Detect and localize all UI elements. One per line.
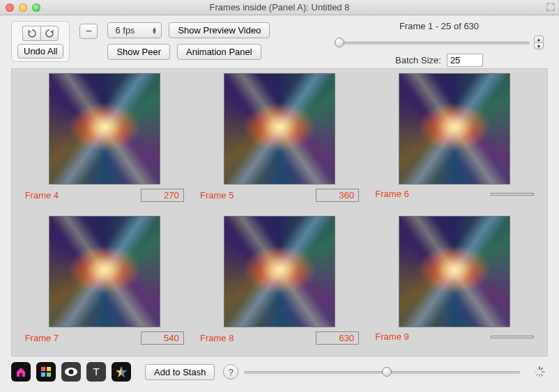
stepper-down-icon[interactable]: ▼ [534,42,544,49]
frame-cell: Frame 8 630 [198,216,360,345]
frame-value-field[interactable] [491,336,534,338]
frame-cell: Frame 7 540 [23,216,185,345]
frame-value-field[interactable]: 540 [141,331,184,345]
frame-thumbnail[interactable] [49,216,160,327]
fps-select[interactable]: 6 fps ▲▼ [107,22,162,38]
frames-grid: Frame 4 270 Frame 5 360 Frame 6 Frame 7 … [13,73,546,345]
frame-thumbnail[interactable] [224,216,335,327]
toolbar: Undo All − 6 fps ▲▼ Show Preview Video S… [0,15,559,68]
frame-cell: Frame 5 360 [198,73,360,202]
svg-line-12 [541,374,542,375]
titlebar: Frames inside (Panel A): Untitled 8 [0,0,559,15]
show-peer-button[interactable]: Show Peer [107,44,170,60]
frame-value-field[interactable] [491,193,534,196]
frame-label: Frame 7 [25,333,59,343]
select-arrows-icon: ▲▼ [152,27,158,34]
range-controls: Frame 1 - 25 of 630 ▲ ▼ Batch Size: [335,21,544,67]
stepper-up-icon[interactable]: ▲ [534,36,544,42]
svg-line-16 [537,368,538,370]
frame-value-field[interactable]: 360 [316,189,359,202]
frame-label: Frame 4 [25,190,59,201]
frame-range-label: Frame 1 - 25 of 630 [399,21,479,31]
window-controls [6,3,40,12]
svg-line-14 [537,374,538,375]
svg-rect-0 [41,367,45,371]
help-button[interactable]: ? [223,364,238,379]
batch-size-label: Batch Size: [395,55,441,65]
frame-range-slider[interactable] [335,37,530,48]
frame-thumbnail[interactable] [224,73,335,185]
svg-text:T: T [93,366,99,377]
bottom-bar: T Add to Stash ? [0,356,559,387]
star-icon[interactable] [112,362,131,382]
zoom-slider[interactable] [244,366,520,377]
minimize-window-button[interactable] [19,3,27,12]
grid-icon[interactable] [36,362,56,382]
svg-marker-8 [121,366,127,377]
frame-label: Frame 8 [200,333,233,343]
svg-rect-3 [47,373,51,377]
home-icon[interactable] [11,362,31,382]
show-preview-video-button[interactable]: Show Preview Video [169,22,270,38]
frame-thumbnail[interactable] [399,216,510,327]
svg-rect-2 [41,373,45,377]
svg-rect-1 [47,367,51,371]
zoom-window-button[interactable] [32,3,40,12]
mid-controls: 6 fps ▲▼ Show Preview Video Show Peer An… [107,22,270,60]
redo-button[interactable] [40,26,59,41]
close-window-button[interactable] [6,3,14,12]
undo-button[interactable] [22,26,40,41]
animation-panel-button[interactable]: Animation Panel [177,44,261,60]
frame-thumbnail[interactable] [49,73,160,185]
spinner-icon [534,366,545,377]
frame-label: Frame 5 [200,190,233,201]
frame-label: Frame 9 [375,331,408,342]
frame-label: Frame 6 [375,189,408,199]
frame-value-field[interactable]: 270 [141,189,184,202]
window-title: Frames inside (Panel A): Untitled 8 [0,2,559,13]
fullscreen-icon[interactable] [546,3,555,11]
undo-all-button[interactable]: Undo All [17,44,63,58]
frame-cell: Frame 4 270 [23,73,185,202]
range-stepper[interactable]: ▲ ▼ [534,36,544,49]
text-icon[interactable]: T [86,362,106,382]
svg-point-5 [69,370,74,375]
fps-select-label: 6 fps [115,25,135,36]
eye-icon[interactable] [61,362,81,382]
frame-cell: Frame 6 [374,73,536,202]
batch-size-input[interactable] [447,54,483,67]
svg-line-10 [541,368,542,370]
frame-cell: Frame 9 [374,216,536,345]
remove-button[interactable]: − [79,24,98,39]
frame-value-field[interactable]: 630 [316,331,359,345]
add-to-stash-button[interactable]: Add to Stash [145,364,215,380]
frame-thumbnail[interactable] [399,73,510,185]
undo-group: Undo All [11,21,70,62]
frames-area: Frame 4 270 Frame 5 360 Frame 6 Frame 7 … [11,68,548,356]
